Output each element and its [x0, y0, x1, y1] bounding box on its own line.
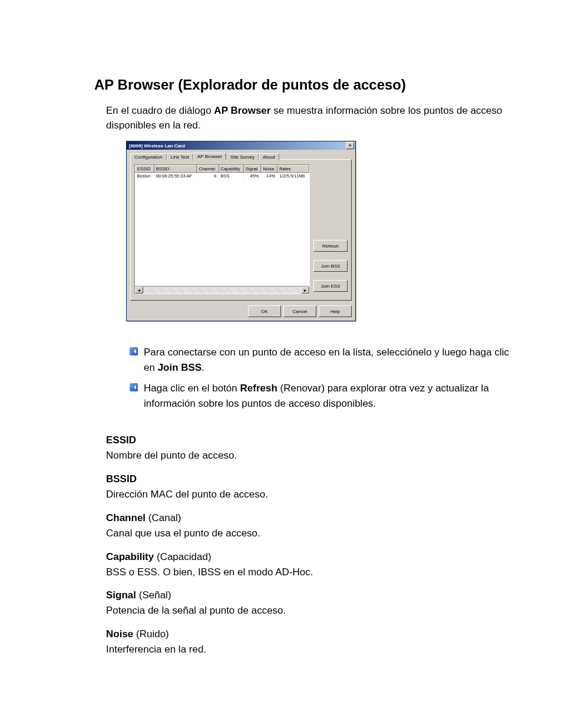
page-title: AP Browser (Explorador de puntos de acce…: [94, 77, 515, 93]
tab-ap-browser[interactable]: AP Browser: [193, 153, 226, 160]
def-channel-desc: Canal que usa el punto de acceso.: [106, 526, 515, 541]
join-ess-button[interactable]: Join ESS: [313, 280, 348, 292]
bullet2-pre: Haga clic en el botón: [144, 383, 240, 394]
table-row[interactable]: Boston 00:06:25:55:33:AF 6 BSS 45% 14% 1…: [135, 173, 309, 180]
def-signal-paren: (Señal): [136, 589, 171, 601]
def-capability-desc: BSS o ESS. O bien, IBSS en el modo AD-Ho…: [106, 565, 515, 579]
cell-noise: 14%: [261, 173, 277, 180]
def-capability-bold: Capability: [106, 551, 154, 562]
bullet-icon: [130, 383, 138, 391]
bullet1-post: .: [201, 362, 204, 373]
col-rates[interactable]: Rates: [277, 166, 309, 173]
def-channel-bold: Channel: [106, 512, 146, 523]
cell-capability: BSS: [219, 173, 243, 180]
dialog-tabs: Configuration Link Test AP Browser Site …: [130, 152, 352, 159]
col-essid[interactable]: ESSID: [135, 166, 154, 173]
ap-browser-dialog: [0009] Wireless Lan Card × Configuration…: [126, 141, 356, 321]
def-noise-paren: (Ruido): [133, 628, 168, 640]
horizontal-scrollbar[interactable]: ◄ ►: [135, 286, 309, 294]
def-bssid-term: BSSID: [106, 473, 137, 485]
cancel-button[interactable]: Cancel: [283, 305, 316, 317]
def-essid-term: ESSID: [106, 434, 136, 446]
def-channel-paren: (Canal): [146, 512, 181, 523]
close-icon[interactable]: ×: [346, 142, 354, 149]
def-capability-paren: (Capacidad): [154, 551, 211, 562]
bullet2-bold: Refresh: [240, 383, 277, 394]
cell-bssid: 00:06:25:55:33:AF: [154, 173, 197, 180]
cell-channel: 6: [197, 173, 219, 180]
scroll-right-icon[interactable]: ►: [301, 286, 309, 294]
ok-button[interactable]: OK: [248, 305, 281, 317]
tab-configuration[interactable]: Configuration: [130, 153, 167, 160]
ap-list-grid[interactable]: ESSID BSSID Channel Capability Signal No…: [134, 164, 310, 294]
col-noise[interactable]: Noise: [261, 166, 277, 173]
col-signal[interactable]: Signal: [243, 166, 261, 173]
tab-about[interactable]: About: [259, 153, 279, 160]
def-essid-desc: Nombre del punto de acceso.: [106, 449, 515, 463]
cell-signal: 45%: [243, 173, 261, 180]
cell-rates: 1/2/5.5/11Mb: [277, 173, 309, 180]
help-button[interactable]: Help: [319, 305, 352, 317]
intro-paragraph: En el cuadro de diálogo AP Browser se mu…: [106, 104, 515, 133]
col-bssid[interactable]: BSSID: [154, 166, 197, 173]
list-item: Para conectarse con un punto de acceso e…: [130, 345, 515, 375]
join-bss-button[interactable]: Join BSS: [313, 260, 348, 272]
col-capability[interactable]: Capability: [219, 166, 243, 173]
dialog-title: [0009] Wireless Lan Card: [129, 143, 346, 149]
tab-link-test[interactable]: Link Test: [167, 153, 193, 160]
refresh-button[interactable]: Refresh: [313, 240, 348, 252]
bullet1-bold: Join BSS: [158, 362, 202, 373]
cell-essid: Boston: [135, 173, 154, 180]
tab-site-survey[interactable]: Site Survey: [226, 153, 259, 160]
def-signal-bold: Signal: [106, 589, 136, 601]
dialog-titlebar: [0009] Wireless Lan Card ×: [127, 141, 355, 150]
intro-text-pre: En el cuadro de diálogo: [106, 105, 214, 116]
scroll-track[interactable]: [143, 286, 301, 294]
def-signal-desc: Potencia de la señal al punto de acceso.: [106, 604, 515, 618]
def-noise-bold: Noise: [106, 628, 133, 640]
intro-text-bold: AP Browser: [214, 105, 270, 116]
definitions-section: ESSID Nombre del punto de acceso. BSSID …: [106, 434, 515, 657]
def-noise-desc: Interferencia en la red.: [106, 643, 515, 657]
instruction-list: Para conectarse con un punto de acceso e…: [130, 345, 515, 411]
def-bssid-desc: Dirección MAC del punto de acceso.: [106, 487, 515, 502]
list-item: Haga clic en el botón Refresh (Renovar) …: [130, 381, 515, 411]
col-channel[interactable]: Channel: [197, 166, 219, 173]
scroll-left-icon[interactable]: ◄: [135, 286, 143, 294]
bullet-icon: [130, 347, 138, 355]
